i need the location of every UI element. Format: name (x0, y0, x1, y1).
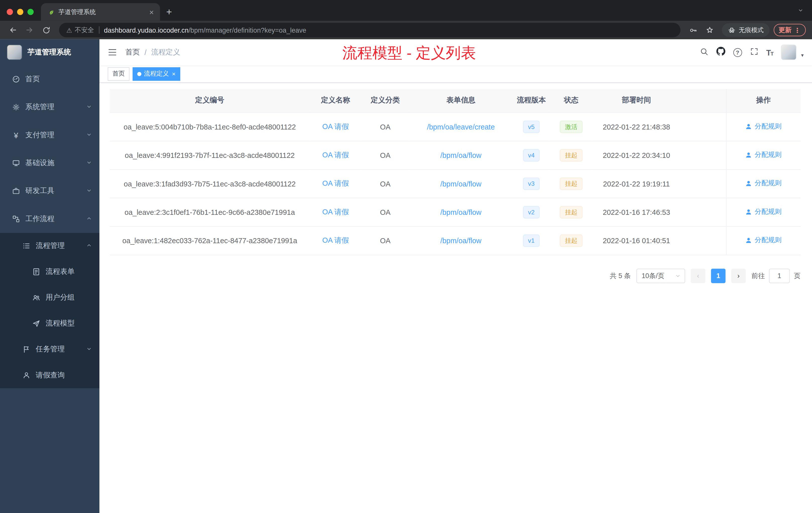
font-size-icon[interactable]: TT (766, 48, 773, 57)
tab-close-icon[interactable]: × (148, 8, 155, 16)
col-actions: 操作 (726, 89, 801, 113)
definition-id: oa_leave:4:991f2193-7b7f-11ec-a3c8-acde4… (110, 141, 310, 169)
window-controls (0, 9, 41, 21)
definition-category: OA (361, 169, 409, 198)
breadcrumb-separator: / (144, 48, 146, 57)
assign-rule-link[interactable]: 分配规则 (745, 122, 781, 131)
sidebar-logo[interactable]: 芋道管理系统 (0, 39, 99, 65)
form-link[interactable]: /bpm/oa/flow (440, 151, 482, 159)
assign-rule-link[interactable]: 分配规则 (745, 236, 781, 245)
page-size-select[interactable]: 10条/页 (637, 268, 685, 283)
filler-cell (680, 141, 726, 169)
page-number-button[interactable]: 1 (711, 268, 726, 283)
sidebar-item-process-model[interactable]: 流程模型 (0, 311, 99, 337)
sidebar-item-leave-query[interactable]: 请假查询 (0, 362, 99, 388)
gear-icon (12, 103, 20, 111)
minimize-window-button[interactable] (17, 9, 23, 15)
tag-close-icon[interactable]: × (172, 70, 175, 77)
col-form-info: 表单信息 (409, 89, 513, 113)
sidebar-item-process-mgmt[interactable]: 流程管理 (0, 233, 99, 259)
chrome-update-button[interactable]: 更新 ⋮ (773, 24, 806, 36)
table-row: oa_leave:5:004b710b-7b8a-11ec-8ef0-acde4… (110, 113, 801, 141)
reload-button[interactable] (38, 22, 54, 38)
chevron-up-icon (86, 215, 92, 223)
tab-title: 芋道管理系统 (58, 7, 148, 16)
form-link[interactable]: /bpm/oa/flow (440, 179, 482, 188)
browser-tab[interactable]: 芋道管理系统 × (41, 3, 160, 21)
update-label: 更新 (779, 26, 792, 34)
definition-id: oa_leave:5:004b710b-7b8a-11ec-8ef0-acde4… (110, 113, 310, 141)
user-avatar[interactable] (781, 44, 796, 60)
sidebar-item-process-form[interactable]: 流程表单 (0, 259, 99, 284)
page-annotation-title: 流程模型 - 定义列表 (343, 43, 476, 64)
page-content: 定义编号 定义名称 定义分类 表单信息 流程版本 状态 部署时间 操作 (99, 83, 812, 513)
logo-avatar (7, 44, 22, 60)
sidebar-item-system[interactable]: 系统管理 (0, 93, 99, 121)
filler-cell (680, 113, 726, 141)
table-row: oa_leave:3:1fad3d93-7b75-11ec-a3c8-acde4… (110, 169, 801, 198)
tab-search-icon[interactable] (789, 6, 812, 21)
help-icon[interactable]: ? (733, 48, 742, 57)
form-link[interactable]: /bpm/oa/leave/create (427, 122, 495, 131)
avatar-caret-icon[interactable]: ▾ (801, 52, 804, 60)
version-badge: v5 (523, 120, 540, 133)
form-link[interactable]: /bpm/oa/flow (440, 208, 482, 216)
chevron-down-icon (86, 187, 92, 195)
next-page-button[interactable]: › (731, 268, 746, 283)
sidebar-item-home[interactable]: 首页 (0, 65, 99, 93)
workflow-icon (12, 215, 20, 223)
assign-rule-link[interactable]: 分配规则 (745, 150, 781, 160)
status-badge: 激活 (560, 120, 583, 133)
list-icon (22, 242, 31, 250)
github-icon[interactable] (716, 47, 725, 58)
deploy-time: 2022-01-22 19:19:11 (592, 169, 681, 198)
definition-name-link[interactable]: OA 请假 (322, 150, 349, 159)
definition-category: OA (361, 141, 409, 169)
version-badge: v2 (523, 206, 540, 218)
sidebar-item-dev[interactable]: 研发工具 (0, 177, 99, 205)
fullscreen-icon[interactable] (750, 47, 758, 58)
chevron-down-icon (86, 345, 92, 354)
definition-name-link[interactable]: OA 请假 (322, 207, 349, 216)
version-badge: v4 (523, 149, 540, 161)
definition-name-link[interactable]: OA 请假 (322, 236, 349, 244)
address-bar[interactable]: ⚠ 不安全 dashboard.yudao.iocoder.cn/bpm/man… (59, 23, 680, 37)
bookmark-star-icon[interactable] (702, 22, 718, 38)
sidebar-item-pay[interactable]: ¥ 支付管理 (0, 121, 99, 149)
back-button[interactable] (5, 22, 21, 38)
person-icon (745, 180, 752, 187)
form-link[interactable]: /bpm/oa/flow (440, 236, 482, 245)
new-tab-button[interactable]: + (160, 6, 178, 21)
assign-rule-link[interactable]: 分配规则 (745, 207, 781, 217)
definition-name-link[interactable]: OA 请假 (322, 122, 349, 130)
security-chip[interactable]: ⚠ 不安全 (66, 26, 94, 34)
dashboard-icon (12, 75, 20, 83)
search-icon[interactable] (699, 47, 708, 58)
sidebar-item-user-group[interactable]: 用户分组 (0, 284, 99, 310)
incognito-badge[interactable]: 无痕模式 (722, 23, 769, 37)
person-icon (745, 123, 752, 130)
navbar-actions: ? TT ▾ (699, 44, 804, 60)
hamburger-icon[interactable] (108, 48, 117, 57)
sidebar-item-task-mgmt[interactable]: 任务管理 (0, 337, 99, 362)
password-key-icon[interactable] (686, 22, 701, 38)
breadcrumb-home[interactable]: 首页 (125, 48, 140, 57)
definition-category: OA (361, 226, 409, 254)
screen: 芋道管理系统 × + ⚠ 不安全 dashboard.yudao.iocoder… (0, 0, 812, 513)
zoom-window-button[interactable] (27, 9, 34, 15)
definition-name-link[interactable]: OA 请假 (322, 179, 349, 187)
tag-process-definition[interactable]: 流程定义 × (133, 67, 180, 81)
sidebar-item-infra[interactable]: 基础设施 (0, 149, 99, 177)
goto-page-input[interactable] (769, 268, 790, 283)
person-icon (22, 371, 31, 380)
sidebar-item-workflow[interactable]: 工作流程 (0, 205, 99, 233)
assign-rule-link[interactable]: 分配规则 (745, 179, 781, 188)
definition-id: oa_leave:1:482ec033-762a-11ec-8477-a2380… (110, 226, 310, 254)
tag-home[interactable]: 首页 (108, 67, 129, 81)
prev-page-button[interactable]: ‹ (691, 268, 705, 283)
close-window-button[interactable] (7, 9, 13, 15)
table-row: oa_leave:2:3c1f0ef1-76b1-11ec-9c66-a2380… (110, 198, 801, 226)
forward-button[interactable] (22, 22, 37, 38)
table-header-row: 定义编号 定义名称 定义分类 表单信息 流程版本 状态 部署时间 操作 (110, 89, 801, 113)
browser-menu-dots-icon[interactable]: ⋮ (794, 26, 801, 34)
